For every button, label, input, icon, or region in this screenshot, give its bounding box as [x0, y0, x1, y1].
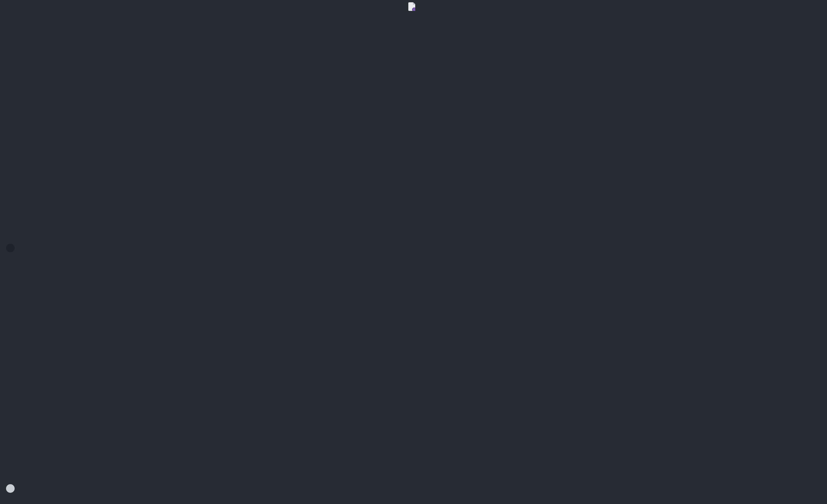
buffer-name	[21, 483, 146, 494]
zoom-icon[interactable]	[28, 3, 34, 9]
modeline-inactive	[0, 483, 827, 494]
echo-area[interactable]	[0, 494, 827, 504]
window-number	[6, 484, 15, 493]
major-mode[interactable]	[251, 242, 306, 254]
major-mode[interactable]	[146, 483, 255, 494]
encoding-and-position	[735, 483, 804, 494]
titlebar	[0, 0, 827, 13]
window-number-badge	[0, 242, 21, 254]
emacs-document-icon	[408, 2, 415, 11]
window-number	[6, 244, 15, 252]
minimize-icon[interactable]	[16, 3, 22, 9]
elisp-buffer-window[interactable]	[0, 13, 827, 242]
scroll-position	[812, 483, 827, 494]
scroll-percentage	[808, 242, 827, 254]
window-number-badge	[0, 483, 21, 494]
buffer-info	[21, 242, 250, 254]
encoding-and-position	[733, 242, 804, 254]
modeline-active	[0, 242, 827, 254]
close-icon[interactable]	[4, 3, 11, 9]
minor-mode-icons[interactable]	[315, 242, 363, 254]
search-results-window[interactable]	[0, 254, 827, 483]
